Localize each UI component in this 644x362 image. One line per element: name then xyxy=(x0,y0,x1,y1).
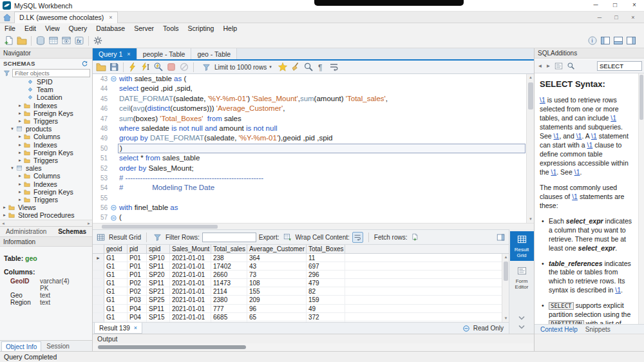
grid-cell[interactable]: 777 xyxy=(211,305,247,312)
maximize-button[interactable]: □ xyxy=(605,0,625,11)
grid-row[interactable]: G1P03SP252021-01-012380209159 xyxy=(93,296,509,304)
doc-link[interactable]: \1 xyxy=(587,141,593,149)
grid-row[interactable]: G1P01SP202021-01-01266073296 xyxy=(93,271,509,279)
grid-cell[interactable]: 238 xyxy=(211,254,247,262)
output-scrollbar-thumb[interactable] xyxy=(98,345,246,349)
tree-item-foreign-keys[interactable]: ►Foreign Keys xyxy=(0,188,92,196)
grid-cell[interactable]: G1 xyxy=(104,305,128,312)
menu-item-file[interactable]: File xyxy=(0,23,20,33)
tree-collapsed-arrow[interactable]: ► xyxy=(18,174,24,178)
menu-item-help[interactable]: Help xyxy=(218,23,242,33)
create-procedure-icon[interactable]: fx xyxy=(73,34,86,47)
close-tab-icon[interactable]: × xyxy=(127,51,130,57)
editor-tab-query-1[interactable]: Query 1× xyxy=(93,48,137,59)
grid-cell[interactable]: 2021-01-01 xyxy=(170,305,211,312)
grid-cell[interactable]: P02 xyxy=(128,279,147,287)
grid-cell[interactable]: G1 xyxy=(104,271,128,278)
grid-col-header-pid[interactable]: pid xyxy=(128,245,147,253)
tab-schemas[interactable]: Schemas xyxy=(58,228,86,235)
grid-cell[interactable]: 73 xyxy=(247,271,307,278)
grid-cell[interactable]: 2021-01-01 xyxy=(170,287,211,295)
find-panel-icon[interactable] xyxy=(302,61,315,73)
grid-cell[interactable]: 2021-01-01 xyxy=(170,254,211,262)
result-tab[interactable]: Result 139 × xyxy=(94,323,142,334)
fold-marker-icon[interactable] xyxy=(109,203,118,213)
tree-item-foreign-keys[interactable]: ►Foreign Keys xyxy=(0,110,92,117)
grid-cell[interactable]: G1 xyxy=(104,296,128,303)
tree-collapsed-arrow[interactable]: ► xyxy=(18,111,24,115)
menu-item-edit[interactable]: Edit xyxy=(20,23,41,33)
context-search-icon[interactable] xyxy=(565,61,576,71)
create-schema-icon[interactable] xyxy=(34,34,47,47)
mdi-close-button[interactable]: × xyxy=(625,12,641,23)
grid-cell[interactable]: G1 xyxy=(104,287,128,295)
grid-row[interactable]: G1P04SP112021-01-017779649 xyxy=(93,305,509,313)
editor-line[interactable]: 50) xyxy=(93,144,534,153)
menu-item-server[interactable]: Server xyxy=(129,23,158,33)
grid-cell[interactable]: 96 xyxy=(247,305,307,312)
doc-link[interactable]: \1 xyxy=(551,168,557,176)
tree-item-products[interactable]: ▼products xyxy=(0,125,92,133)
scrollbar-thumb[interactable] xyxy=(504,262,508,281)
grid-cell[interactable]: SP25 xyxy=(147,296,170,303)
editor-line[interactable]: 47sum(boxes) 'Total_Boxes' from sales xyxy=(93,114,534,124)
wrap-text-icon[interactable] xyxy=(328,61,341,73)
help-topic-input[interactable] xyxy=(597,61,642,71)
home-icon[interactable] xyxy=(0,12,14,23)
scroll-left-icon[interactable]: ◄ xyxy=(1,222,5,225)
scroll-down-icon[interactable]: ▼ xyxy=(527,216,534,223)
server-status-icon[interactable] xyxy=(91,34,104,47)
tree-item-columns[interactable]: ►Columns xyxy=(0,133,92,140)
grid-cell[interactable]: P04 xyxy=(128,305,147,312)
grid-cell[interactable]: 155 xyxy=(247,287,307,295)
grid-cell[interactable]: SP11 xyxy=(147,305,170,312)
close-connection-tab-icon[interactable]: × xyxy=(109,14,112,21)
mdi-restore-button[interactable]: □ xyxy=(608,12,625,23)
scrollbar-thumb[interactable] xyxy=(639,75,643,120)
sql-code-editor[interactable]: 43with sales_table as (44select geoid ,p… xyxy=(93,74,534,223)
grid-cell[interactable]: SP11 xyxy=(147,279,170,287)
beautify-query-icon[interactable] xyxy=(276,61,289,73)
filter-rows-input[interactable] xyxy=(202,233,256,242)
grid-cell[interactable]: 49 xyxy=(307,305,345,312)
help-vertical-scrollbar[interactable] xyxy=(638,73,644,324)
fold-marker-icon[interactable] xyxy=(109,74,118,84)
grid-col-header-total-sales[interactable]: Total_sales xyxy=(211,245,247,253)
tree-item-triggers[interactable]: ►Triggers xyxy=(0,196,92,204)
editor-line[interactable]: 46ceil(avg(distinct(customers))) 'Averag… xyxy=(93,104,534,113)
editor-line[interactable]: 48where saledate is not null and amount … xyxy=(93,124,534,133)
grid-cell[interactable]: 17402 xyxy=(211,262,247,270)
mdi-minimize-button[interactable]: ─ xyxy=(591,12,608,23)
grid-cell[interactable]: 697 xyxy=(307,262,345,270)
grid-cell[interactable]: P04 xyxy=(128,313,147,321)
editor-line[interactable]: 54# Modeling The Date xyxy=(93,183,534,193)
tree-item-triggers[interactable]: ►Triggers xyxy=(0,157,92,164)
export-recordset-icon[interactable] xyxy=(282,232,293,243)
grid-row[interactable]: G1P04SP152021-01-01668565372 xyxy=(93,313,509,321)
editor-line[interactable]: 53# ------------------------------------… xyxy=(93,173,534,183)
scrollbar-thumb[interactable] xyxy=(102,225,218,229)
doc-link[interactable]: \1 xyxy=(591,132,597,140)
wrap-cell-content-toggle-icon[interactable] xyxy=(352,232,363,243)
grid-cell[interactable]: SP21 xyxy=(147,287,170,295)
tree-item-team[interactable]: Team xyxy=(0,86,92,93)
scroll-up-icon[interactable]: ▲ xyxy=(527,74,534,81)
doc-link[interactable]: \1 xyxy=(615,286,621,294)
limit-rows-dropdown[interactable]: Limit to 1000 rows ▾ xyxy=(201,62,272,73)
editor-line[interactable]: 52order by Sales_Mount; xyxy=(93,164,534,173)
execute-script-icon[interactable] xyxy=(126,61,139,73)
close-button[interactable]: × xyxy=(625,0,644,11)
tree-item-foreign-keys[interactable]: ►Foreign Keys xyxy=(0,149,92,157)
menu-item-scripting[interactable]: Scripting xyxy=(184,23,219,33)
result-grid-button[interactable]: ResultGrid xyxy=(510,231,534,261)
refresh-schemas-icon[interactable] xyxy=(80,59,89,68)
tree-collapsed-arrow[interactable]: ► xyxy=(18,151,24,155)
editor-line[interactable]: 55 xyxy=(93,193,534,203)
grid-cell[interactable]: G1 xyxy=(104,313,128,321)
tab-session[interactable]: Session xyxy=(43,341,73,351)
grid-row[interactable]: G1P02SP112021-01-0111473108479 xyxy=(93,279,509,287)
tree-item-indexes[interactable]: ►Indexes xyxy=(0,141,92,149)
menu-item-query[interactable]: Query xyxy=(64,23,92,33)
grid-cell[interactable]: 2380 xyxy=(211,296,247,303)
forward-icon[interactable]: ► xyxy=(545,63,552,69)
